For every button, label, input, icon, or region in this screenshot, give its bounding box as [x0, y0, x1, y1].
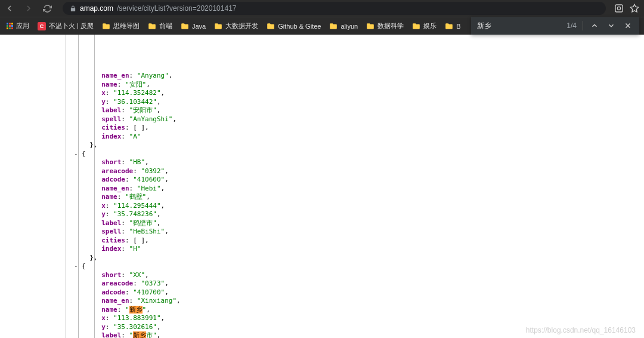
back-button[interactable] [5, 4, 14, 13]
json-content: name_en: "Anyang", name: "安阳", x: "114.3… [62, 72, 644, 338]
find-count: 1/4 [566, 21, 577, 30]
apps-icon [7, 23, 13, 29]
url-host: amap.com [80, 4, 113, 13]
folder-icon [214, 22, 222, 30]
bookmark-folder[interactable]: 前端 [146, 20, 174, 32]
url-path: /service/cityList?version=2020101417 [117, 4, 236, 13]
find-close-button[interactable] [623, 20, 633, 31]
folder-icon [181, 22, 189, 30]
forward-button[interactable] [24, 4, 33, 13]
bookmark-folder[interactable]: Java [179, 21, 208, 32]
bookmark-folder[interactable]: 娱乐 [410, 20, 438, 32]
bookmark-folder[interactable]: 数据科学 [364, 20, 405, 32]
apps-button[interactable]: 应用 [5, 20, 31, 32]
bookmark-folder[interactable]: Github & Gitee [265, 21, 323, 32]
folder-icon [366, 22, 374, 30]
bookmark-folder[interactable]: 大数据开发 [212, 20, 260, 32]
folder-icon [267, 22, 275, 30]
reload-button[interactable] [43, 4, 52, 13]
extension-icon[interactable] [614, 4, 624, 13]
folder-icon [445, 22, 453, 30]
browser-toolbar: amap.com/service/cityList?version=202010… [0, 0, 644, 17]
folder-icon [102, 22, 110, 30]
folder-icon [329, 22, 338, 30]
address-bar[interactable]: amap.com/service/cityList?version=202010… [63, 2, 606, 15]
bookmark-folder[interactable]: aliyun [327, 21, 360, 32]
svg-marker-2 [630, 4, 638, 12]
find-in-page-bar: 新乡 1/4 [471, 17, 639, 35]
bookmark-folder[interactable]: 思维导图 [100, 20, 141, 32]
folder-icon [412, 22, 420, 30]
folder-icon [148, 22, 156, 30]
bookmark-star-icon[interactable] [630, 4, 639, 13]
watermark: https://blog.csdn.net/qq_16146103 [526, 326, 636, 334]
svg-point-1 [617, 7, 620, 10]
svg-rect-0 [615, 5, 623, 12]
find-next-button[interactable] [606, 20, 617, 31]
find-input[interactable]: 新乡 [477, 21, 561, 31]
bookmark-link[interactable]: C不温卜火 | 反爬 [36, 20, 95, 32]
bookmark-folder[interactable]: B [443, 21, 462, 32]
lock-icon [70, 5, 76, 12]
site-icon: C [38, 22, 46, 30]
json-viewer[interactable]: name_en: "Anyang", name: "安阳", x: "114.3… [0, 35, 644, 338]
find-prev-button[interactable] [589, 20, 600, 31]
